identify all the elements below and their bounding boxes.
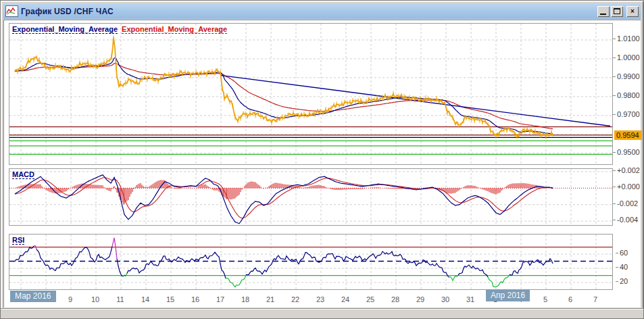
month-label-march: Мар 2016 (10, 291, 56, 302)
month-label-april: Апр 2016 (486, 290, 530, 301)
indicator-labels: Exponential_Moving_AverageExponential_Mo… (12, 25, 231, 33)
price-axis-label: 0.9700 (617, 110, 640, 118)
time-axis-label: 23 (313, 295, 328, 303)
time-axis-label: 17 (213, 295, 228, 303)
time-axis-label: 22 (288, 295, 303, 303)
time-axis-label: 16 (188, 295, 203, 303)
macd-label[interactable]: MACD (12, 170, 34, 179)
chart-window: График USD /CHF ЧАС × Exponential_Moving… (0, 0, 644, 319)
rsi-panel: RSI (9, 234, 613, 290)
time-axis-label: 9 (63, 295, 78, 303)
rsi-axis-label: 60 (620, 249, 628, 257)
chart-icon (5, 5, 18, 17)
time-axis-label: 25 (363, 295, 378, 303)
time-axis-label: 21 (263, 295, 278, 303)
time-axis-label: 30 (438, 295, 453, 303)
time-axis-label: 29 (413, 295, 428, 303)
time-axis-label: 7 (588, 295, 603, 303)
macd-panel: MACD (9, 168, 613, 226)
time-axis-label: 18 (238, 295, 253, 303)
price-axis-label: 1.0100 (617, 34, 640, 43)
macd-axis-label: +0.002 (617, 166, 640, 174)
price-axis-label: 0.9900 (617, 72, 640, 80)
time-axis-label: 5 (538, 295, 553, 303)
price-panel: Exponential_Moving_AverageExponential_Mo… (9, 23, 613, 165)
maximize-button[interactable] (611, 6, 623, 17)
title-bar[interactable]: График USD /CHF ЧАС × (3, 3, 641, 19)
time-axis-label: 14 (138, 295, 153, 303)
time-axis-label: 31 (463, 295, 478, 303)
rsi-label[interactable]: RSI (12, 236, 24, 245)
window-title: График USD /CHF ЧАС (21, 7, 597, 16)
rsi-axis-label: 20 (620, 277, 628, 285)
price-axis-label: 1.0000 (617, 53, 640, 62)
macd-axis-label: -0.004 (617, 216, 638, 224)
rsi-axis-label: 40 (620, 263, 628, 271)
ema-fast-label[interactable]: Exponential_Moving_Average (12, 25, 118, 34)
time-axis-label: 6 (563, 295, 578, 303)
time-axis-label: 24 (338, 295, 353, 303)
macd-chart-canvas[interactable] (9, 169, 612, 225)
chart-client-area: Exponential_Moving_AverageExponential_Mo… (3, 20, 641, 308)
macd-axis-label: -0.002 (617, 199, 638, 207)
time-axis-label: 10 (88, 295, 103, 303)
macd-label-wrap: MACD (12, 170, 39, 178)
ema-slow-label[interactable]: Exponential_Moving_Average (122, 25, 227, 34)
time-axis-label: 28 (388, 295, 403, 303)
time-axis-label: 15 (163, 295, 178, 303)
price-axis-label: 0.9800 (617, 91, 640, 99)
price-axis-label: 0.9500 (617, 148, 640, 156)
rsi-chart-canvas[interactable] (9, 235, 612, 289)
close-button[interactable]: × (626, 6, 639, 17)
minimize-button[interactable] (597, 6, 610, 17)
current-price-tag: 0.9594 (614, 130, 642, 140)
window-bottom-frame (1, 308, 643, 318)
time-axis-label: 11 (113, 295, 128, 303)
rsi-label-wrap: RSI (12, 236, 28, 244)
macd-axis-label: +0.000 (617, 182, 640, 191)
price-chart-canvas[interactable] (9, 24, 612, 164)
